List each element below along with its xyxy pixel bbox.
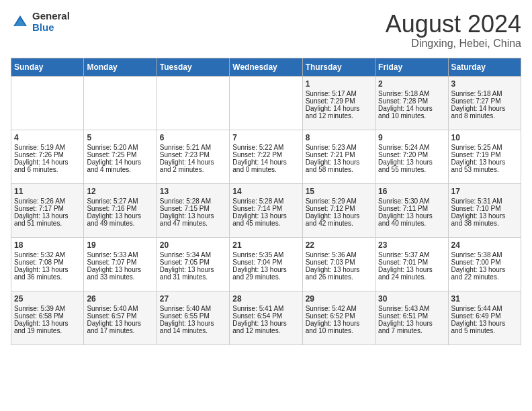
cell-info: and 49 minutes. — [87, 220, 153, 227]
cell-info: Sunset: 7:05 PM — [160, 259, 226, 266]
day-number: 18 — [14, 240, 81, 250]
cell-info: Daylight: 13 hours — [378, 320, 445, 327]
cell-info: Daylight: 13 hours — [232, 320, 299, 327]
cell-info: Daylight: 13 hours — [378, 266, 445, 273]
cell-info: Sunrise: 5:26 AM — [14, 197, 81, 205]
header-day-wednesday: Wednesday — [230, 58, 302, 76]
cell-info: and 31 minutes. — [160, 273, 226, 281]
calendar-cell: 19Sunrise: 5:33 AMSunset: 7:07 PMDayligh… — [84, 237, 157, 291]
day-number: 10 — [451, 133, 518, 142]
header-day-friday: Friday — [375, 58, 448, 76]
cell-info: Daylight: 13 hours — [87, 320, 153, 327]
cell-info: and 10 minutes. — [306, 327, 372, 334]
cell-info: and 55 minutes. — [378, 166, 445, 173]
day-number: 30 — [378, 294, 445, 304]
calendar-cell: 2Sunrise: 5:18 AMSunset: 7:28 PMDaylight… — [375, 76, 448, 130]
week-row-1: 4Sunrise: 5:19 AMSunset: 7:26 PMDaylight… — [11, 130, 521, 183]
cell-info: Sunset: 7:23 PM — [160, 151, 226, 158]
cell-info: and 36 minutes. — [14, 273, 81, 281]
calendar-cell: 17Sunrise: 5:31 AMSunset: 7:10 PMDayligh… — [448, 183, 521, 237]
cell-info: Sunset: 7:16 PM — [87, 205, 153, 212]
cell-info: Sunrise: 5:38 AM — [451, 251, 518, 259]
cell-info: Sunset: 7:12 PM — [306, 205, 372, 212]
calendar-cell: 20Sunrise: 5:34 AMSunset: 7:05 PMDayligh… — [157, 237, 229, 291]
cell-info: and 58 minutes. — [306, 166, 372, 173]
cell-info: Daylight: 13 hours — [14, 320, 81, 327]
day-number: 15 — [306, 187, 372, 196]
calendar-cell: 7Sunrise: 5:22 AMSunset: 7:22 PMDaylight… — [230, 130, 302, 183]
cell-info: and 29 minutes. — [232, 273, 299, 281]
cell-info: Sunset: 7:21 PM — [306, 151, 372, 158]
header-day-tuesday: Tuesday — [157, 58, 229, 76]
header: General Blue August 2024 Dingxing, Hebei… — [11, 11, 521, 50]
calendar-cell: 15Sunrise: 5:29 AMSunset: 7:12 PMDayligh… — [302, 183, 375, 237]
day-number: 22 — [306, 240, 372, 250]
cell-info: Daylight: 13 hours — [306, 212, 372, 220]
day-number: 16 — [378, 187, 445, 196]
week-row-2: 11Sunrise: 5:26 AMSunset: 7:17 PMDayligh… — [11, 183, 521, 237]
day-number: 7 — [232, 133, 299, 142]
week-row-3: 18Sunrise: 5:32 AMSunset: 7:08 PMDayligh… — [11, 237, 521, 291]
cell-info: Sunrise: 5:19 AM — [14, 144, 81, 151]
main-title: August 2024 — [386, 11, 521, 38]
cell-info: and 6 minutes. — [14, 166, 81, 173]
calendar-body: 1Sunrise: 5:17 AMSunset: 7:29 PMDaylight… — [11, 76, 521, 345]
cell-info: Sunrise: 5:30 AM — [378, 197, 445, 205]
calendar-cell: 25Sunrise: 5:39 AMSunset: 6:58 PMDayligh… — [11, 291, 84, 345]
cell-info: Sunrise: 5:36 AM — [306, 251, 372, 259]
day-number: 20 — [160, 240, 226, 250]
cell-info: Sunset: 7:27 PM — [451, 97, 518, 105]
cell-info: Daylight: 13 hours — [451, 320, 518, 327]
title-area: August 2024 Dingxing, Hebei, China — [386, 11, 521, 50]
calendar-cell: 22Sunrise: 5:36 AMSunset: 7:03 PMDayligh… — [302, 237, 375, 291]
calendar-cell: 30Sunrise: 5:43 AMSunset: 6:51 PMDayligh… — [375, 291, 448, 345]
sub-title: Dingxing, Hebei, China — [386, 38, 521, 50]
header-day-thursday: Thursday — [302, 58, 375, 76]
calendar-cell: 29Sunrise: 5:42 AMSunset: 6:52 PMDayligh… — [302, 291, 375, 345]
logo-icon — [11, 13, 30, 32]
logo: General Blue — [11, 11, 70, 33]
week-row-0: 1Sunrise: 5:17 AMSunset: 7:29 PMDaylight… — [11, 76, 521, 130]
day-number: 1 — [306, 79, 372, 89]
cell-info: and 8 minutes. — [451, 112, 518, 120]
day-number: 14 — [232, 187, 299, 196]
cell-info: Sunset: 7:04 PM — [232, 259, 299, 266]
calendar-cell — [230, 76, 302, 130]
day-number: 19 — [87, 240, 153, 250]
calendar-cell: 1Sunrise: 5:17 AMSunset: 7:29 PMDaylight… — [302, 76, 375, 130]
cell-info: and 12 minutes. — [306, 112, 372, 120]
cell-info: and 51 minutes. — [14, 220, 81, 227]
calendar-cell: 14Sunrise: 5:28 AMSunset: 7:14 PMDayligh… — [230, 183, 302, 237]
cell-info: Sunset: 7:15 PM — [160, 205, 226, 212]
cell-info: Sunrise: 5:21 AM — [160, 144, 226, 151]
calendar-cell: 27Sunrise: 5:40 AMSunset: 6:55 PMDayligh… — [157, 291, 229, 345]
cell-info: and 38 minutes. — [451, 220, 518, 227]
cell-info: Daylight: 14 hours — [378, 105, 445, 112]
cell-info: Sunset: 7:17 PM — [14, 205, 81, 212]
cell-info: and 12 minutes. — [232, 327, 299, 334]
cell-info: Sunset: 6:58 PM — [14, 312, 81, 320]
cell-info: Sunrise: 5:17 AM — [306, 90, 372, 97]
calendar-cell: 28Sunrise: 5:41 AMSunset: 6:54 PMDayligh… — [230, 291, 302, 345]
cell-info: Sunset: 7:25 PM — [87, 151, 153, 158]
cell-info: Daylight: 13 hours — [378, 158, 445, 166]
header-day-monday: Monday — [84, 58, 157, 76]
cell-info: Sunrise: 5:23 AM — [306, 144, 372, 151]
cell-info: and 53 minutes. — [451, 166, 518, 173]
cell-info: Daylight: 14 hours — [160, 158, 226, 166]
calendar-cell: 16Sunrise: 5:30 AMSunset: 7:11 PMDayligh… — [375, 183, 448, 237]
cell-info: Sunset: 7:28 PM — [378, 97, 445, 105]
cell-info: Sunrise: 5:29 AM — [306, 197, 372, 205]
day-number: 27 — [160, 294, 226, 304]
calendar-cell: 18Sunrise: 5:32 AMSunset: 7:08 PMDayligh… — [11, 237, 84, 291]
cell-info: Sunrise: 5:34 AM — [160, 251, 226, 259]
cell-info: and 42 minutes. — [306, 220, 372, 227]
logo-blue-text: Blue — [32, 22, 70, 34]
cell-info: Daylight: 13 hours — [306, 266, 372, 273]
cell-info: Daylight: 13 hours — [232, 212, 299, 220]
cell-info: and 26 minutes. — [306, 273, 372, 281]
day-number: 12 — [87, 187, 153, 196]
cell-info: Sunset: 7:19 PM — [451, 151, 518, 158]
cell-info: and 5 minutes. — [451, 327, 518, 334]
cell-info: Daylight: 13 hours — [451, 158, 518, 166]
